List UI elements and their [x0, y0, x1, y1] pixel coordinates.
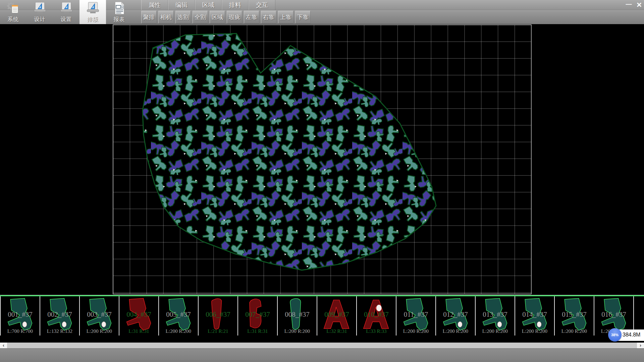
nav-item-label: 系统	[8, 16, 19, 23]
piece-lr-count: L:32 R:31	[317, 328, 356, 334]
nav-item-system[interactable]: 系统	[0, 0, 26, 24]
piece-name: 010_#37	[357, 310, 396, 319]
piece-name: 016_#37	[594, 310, 633, 319]
piece-thumbnail-015_#37[interactable]: 015_#37L:200 R:200	[555, 296, 594, 336]
piece-thumbnail-012_#37[interactable]: 012_#37L:200 R:200	[436, 296, 476, 336]
piece-lr-count: L:200 R:200	[436, 328, 475, 334]
nav-item-nesting[interactable]: 排版	[79, 0, 106, 24]
tool-buttons: 聚排相机选割全割区域瑕疵左靠右靠上靠下靠	[141, 11, 311, 23]
piece-lr-count: L:200 R:200	[278, 328, 317, 334]
piece-thumbnail-001_#37[interactable]: 001_#37L:700 R:700	[1, 296, 40, 336]
menu-tab-interact[interactable]: 交互	[249, 0, 275, 10]
piece-thumbnail-008_#37[interactable]: 008_#37L:200 R:200	[278, 296, 317, 336]
piece-name: 015_#37	[555, 310, 594, 319]
tool-button-align-bottom[interactable]: 下靠	[295, 11, 311, 23]
piece-thumbnail-010_#37[interactable]: 010_#37L:33 R:33	[357, 296, 396, 336]
tool-button-region[interactable]: 区域	[210, 11, 225, 23]
piece-name: 005_#37	[159, 310, 198, 319]
piece-lr-count: L:200 R:200	[555, 328, 594, 334]
tool-button-select-cut[interactable]: 选割	[175, 11, 191, 23]
piece-name: 013_#37	[476, 310, 515, 319]
minimize-button[interactable]: —	[625, 0, 633, 9]
piece-name: 011_#37	[396, 310, 435, 319]
piece-lr-count: L:200 R:200	[396, 328, 435, 334]
tool-button-align-left[interactable]: 左靠	[244, 11, 259, 23]
piece-lr-count: L:200 R:200	[476, 328, 515, 334]
tool-button-cut-all[interactable]: 全割	[193, 11, 208, 23]
nesting-canvas-svg	[0, 24, 644, 296]
piece-lr-count: L:33 R:33	[357, 328, 396, 334]
piece-thumbnail-list: 001_#37L:700 R:700002_#37L:132 R:132003_…	[0, 296, 640, 336]
menu-tabs: 属性编辑区域排料交互	[141, 0, 275, 10]
piece-name: 006_#37	[199, 310, 237, 319]
piece-thumbnail-004_#37[interactable]: 004_#37L:31 R:31	[119, 296, 159, 336]
nav-item-label: 报表	[114, 16, 125, 23]
memory-percent-label: 38%	[611, 333, 619, 337]
memory-size-label: 384.8M	[623, 332, 640, 338]
thumbnail-strip: 001_#37L:700 R:700002_#37L:132 R:132003_…	[0, 295, 644, 343]
piece-thumbnail-014_#37[interactable]: 014_#37L:200 R:200	[515, 296, 555, 336]
nav-item-label: 设计	[34, 16, 46, 23]
main-nav: 系统设计设置排版报表	[0, 0, 132, 24]
close-button[interactable]: ×	[635, 0, 643, 9]
menu-tab-properties[interactable]: 属性	[141, 0, 168, 10]
piece-thumbnail-005_#37[interactable]: 005_#37L:200 R:200	[159, 296, 199, 336]
piece-lr-count: L:21 R:21	[199, 328, 237, 334]
horizontal-scrollbar[interactable]: ‹ ›	[0, 343, 644, 348]
nav-item-label: 排版	[87, 16, 99, 23]
piece-name: 004_#37	[119, 310, 158, 319]
nav-item-report[interactable]: 报表	[106, 0, 132, 24]
piece-shape	[638, 297, 640, 333]
piece-lr-count: L:31 R:31	[238, 328, 277, 334]
piece-name: 001_#37	[1, 310, 40, 319]
nesting-canvas[interactable]	[0, 24, 644, 296]
piece-name: 008_#37	[278, 310, 317, 319]
piece-name: 003_#37	[80, 310, 119, 319]
piece-thumbnail-003_#37[interactable]: 003_#37L:200 R:200	[80, 296, 119, 336]
piece-thumbnail-007_#37[interactable]: 007_#37L:31 R:31	[238, 296, 278, 336]
menu-tab-nest[interactable]: 排料	[222, 0, 249, 10]
piece-thumbnail-002_#37[interactable]: 002_#37L:132 R:132	[40, 296, 80, 336]
toolbar: 系统设计设置排版报表 属性编辑区域排料交互 聚排相机选割全割区域瑕疵左靠右靠上靠…	[0, 0, 644, 24]
piece-thumbnail-011_#37[interactable]: 011_#37L:200 R:200	[396, 296, 436, 336]
piece-lr-count: L:132 R:132	[40, 328, 79, 334]
piece-lr-count: L:200 R:200	[80, 328, 119, 334]
system-gear-icon	[6, 1, 21, 15]
status-bar	[0, 348, 644, 362]
scroll-left-button[interactable]: ‹	[0, 343, 7, 348]
piece-name: 014_#37	[515, 310, 554, 319]
memory-percent-badge: 38%	[608, 328, 622, 342]
piece-thumbnail-009_#37[interactable]: 009_#37L:32 R:31	[317, 296, 357, 336]
tool-button-cluster-nest[interactable]: 聚排	[141, 11, 157, 23]
piece-name: 012_#37	[436, 310, 475, 319]
design-ruler-icon	[86, 1, 100, 15]
application-window: 系统设计设置排版报表 属性编辑区域排料交互 聚排相机选割全割区域瑕疵左靠右靠上靠…	[0, 0, 644, 362]
design-ruler-icon	[59, 1, 74, 15]
menu-tab-region[interactable]: 区域	[195, 0, 222, 10]
window-controls: — ×	[625, 0, 643, 9]
tool-button-camera[interactable]: 相机	[158, 11, 174, 23]
piece-thumbnail-006_#37[interactable]: 006_#37L:21 R:21	[199, 296, 238, 336]
nav-item-design[interactable]: 设计	[26, 0, 53, 24]
nav-item-label: 设置	[61, 16, 72, 23]
piece-name: 002_#37	[40, 310, 79, 319]
nav-item-settings[interactable]: 设置	[53, 0, 79, 24]
design-ruler-icon	[33, 1, 47, 15]
tool-button-align-top[interactable]: 上靠	[278, 11, 293, 23]
tool-button-defect[interactable]: 瑕疵	[227, 11, 242, 23]
piece-lr-count: L:200 R:200	[515, 328, 554, 334]
piece-lr-count: L:200 R:200	[159, 328, 198, 334]
tool-button-align-right[interactable]: 右靠	[261, 11, 276, 23]
piece-thumbnail-013_#37[interactable]: 013_#37L:200 R:200	[476, 296, 515, 336]
piece-lr-count: L:700 R:700	[1, 328, 40, 334]
menu-tab-edit[interactable]: 编辑	[168, 0, 195, 10]
piece-lr-count: L:31 R:31	[119, 328, 158, 334]
scroll-right-button[interactable]: ›	[637, 343, 644, 348]
piece-name: 007_#37	[238, 310, 277, 319]
report-document-icon	[112, 1, 127, 15]
piece-name: 009_#37	[317, 310, 356, 319]
